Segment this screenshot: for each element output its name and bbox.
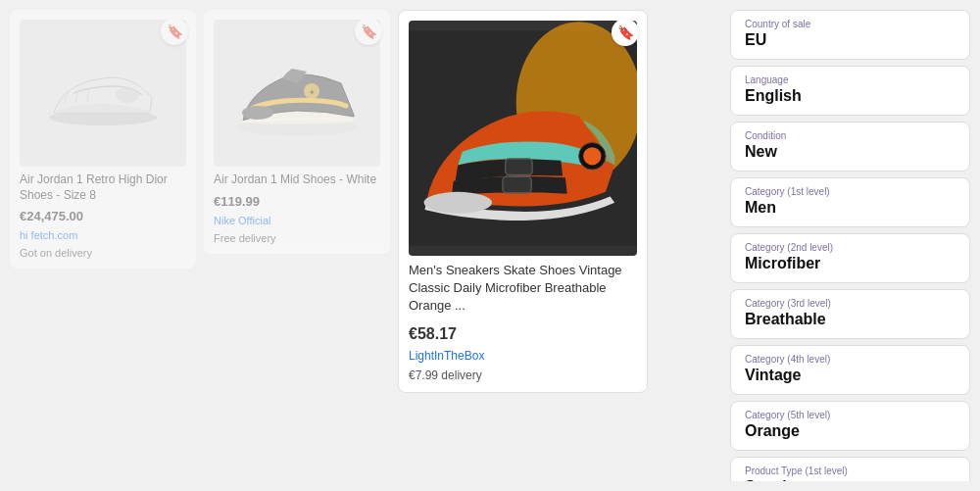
product-title-dior: Air Jordan 1 Retro High Dior Shoes - Siz… <box>20 172 186 203</box>
bookmark-button-dior[interactable]: 🔖 <box>161 18 188 45</box>
svg-point-10 <box>424 192 492 214</box>
filter-language-label: Language <box>745 74 956 85</box>
filter-pt1-label: Product Type (1st level) <box>745 466 956 476</box>
filter-cat1-label: Category (1st level) <box>745 186 956 197</box>
filter-country-value: EU <box>745 31 956 49</box>
product-card-skate: 🔖 <box>398 10 648 393</box>
product-seller-jordan[interactable]: Nike Official <box>214 215 380 226</box>
product-card-jordan-mid: 🔖 ✦ Air Jordan 1 Mid Shoes - <box>204 10 390 254</box>
filter-cat3-label: Category (3rd level) <box>745 298 956 309</box>
product-image-dior <box>20 20 186 167</box>
bookmark-button-jordan[interactable]: 🔖 <box>355 18 382 45</box>
product-delivery-jordan: Free delivery <box>214 232 380 244</box>
svg-point-1 <box>116 87 139 103</box>
product-seller-dior[interactable]: hi fetch.com <box>20 229 186 241</box>
filter-language-value: English <box>745 87 956 105</box>
filter-cat3-value: Breathable <box>745 311 956 328</box>
product-delivery-skate: €7.99 delivery <box>409 368 637 382</box>
filter-category-2[interactable]: Category (2nd level) Microfiber <box>730 233 970 283</box>
filter-cat4-label: Category (4th level) <box>745 354 956 365</box>
filter-condition[interactable]: Condition New <box>730 122 970 172</box>
filter-condition-value: New <box>745 143 956 161</box>
filter-cat4-value: Vintage <box>745 367 956 384</box>
svg-point-3 <box>242 106 273 120</box>
svg-rect-9 <box>503 176 531 192</box>
product-price-jordan: €119.99 <box>214 194 380 209</box>
svg-text:✦: ✦ <box>309 88 316 97</box>
product-seller-skate[interactable]: LightInTheBox <box>409 349 637 363</box>
svg-rect-8 <box>506 159 532 174</box>
filter-cat1-value: Men <box>745 199 956 217</box>
product-delivery-dior: Got on delivery <box>20 247 186 259</box>
shoe-svg-jordan: ✦ <box>228 44 366 142</box>
bookmark-button-skate[interactable]: 🔖 <box>612 19 639 46</box>
products-area: 🔖 Air Jordan 1 Retro High Dior Shoes - S… <box>10 10 720 481</box>
filter-cat5-value: Orange <box>745 422 956 440</box>
product-card-dior: 🔖 Air Jordan 1 Retro High Dior Shoes - S… <box>10 10 196 269</box>
filter-country-label: Country of sale <box>745 19 956 29</box>
filter-condition-label: Condition <box>745 130 956 141</box>
filter-category-3[interactable]: Category (3rd level) Breathable <box>730 289 970 339</box>
product-price-skate: €58.17 <box>409 325 637 343</box>
filter-cat2-value: Microfiber <box>745 255 956 272</box>
shoe-svg-dior <box>44 49 162 137</box>
product-title-jordan: Air Jordan 1 Mid Shoes - White <box>214 172 380 188</box>
product-title-skate: Men's Sneakers Skate Shoes Vintage Class… <box>409 262 637 316</box>
filter-country-of-sale[interactable]: Country of sale EU <box>730 10 970 60</box>
filter-cat2-label: Category (2nd level) <box>745 242 956 253</box>
filter-cat5-label: Category (5th level) <box>745 410 956 420</box>
product-image-skate <box>409 21 637 256</box>
filter-language[interactable]: Language English <box>730 66 970 116</box>
product-image-jordan: ✦ <box>214 20 380 167</box>
filter-category-1[interactable]: Category (1st level) Men <box>730 177 970 227</box>
filter-category-5[interactable]: Category (5th level) Orange <box>730 401 970 451</box>
filter-pt1-value: Sneakers <box>745 478 956 481</box>
filter-category-4[interactable]: Category (4th level) Vintage <box>730 345 970 395</box>
filter-product-type-1[interactable]: Product Type (1st level) Sneakers <box>730 457 970 481</box>
filter-sidebar: Country of sale EU Language English Cond… <box>730 10 970 481</box>
svg-point-12 <box>583 147 601 165</box>
product-price-dior: €24,475.00 <box>20 209 186 223</box>
shoe-svg-skate <box>409 21 637 256</box>
